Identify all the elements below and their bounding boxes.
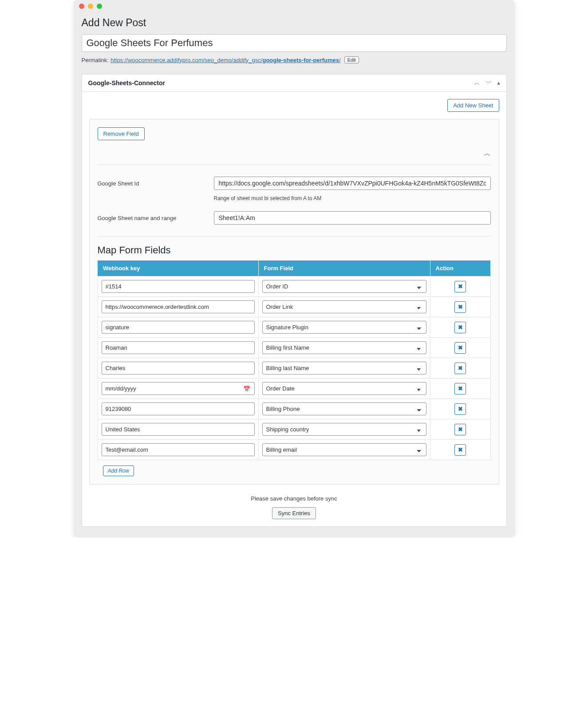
google-sheets-connector-metabox: Google-Sheets-Connector ︿ ﹀ ▴ Add New Sh… <box>82 74 507 527</box>
metabox-body: Add New Sheet Remove Field ︿ Google Shee… <box>82 92 506 526</box>
webhook-key-input[interactable] <box>102 402 255 415</box>
table-row: Billing email✖ <box>98 440 490 460</box>
table-row: Signature Plugin✖ <box>98 317 490 338</box>
top-actions: Add New Sheet <box>89 99 499 112</box>
delete-row-button[interactable]: ✖ <box>454 444 466 456</box>
sheet-id-input[interactable] <box>214 177 491 190</box>
chevron-up-icon[interactable]: ︿ <box>484 149 491 158</box>
permalink-label: Permalink: <box>82 57 109 63</box>
webhook-key-input[interactable] <box>102 341 255 354</box>
divider <box>98 236 491 237</box>
range-hint: Range of sheet must bi selected from A t… <box>214 195 491 201</box>
form-field-select[interactable]: Shipping country <box>262 423 426 436</box>
form-field-select[interactable]: Order Date <box>262 382 426 395</box>
form-field-select[interactable]: Signature Plugin <box>262 321 426 334</box>
webhook-key-input[interactable] <box>102 321 255 334</box>
permalink-row: Permalink: https://woocommerce.addifypro… <box>82 56 507 63</box>
sheet-id-row: Google Sheet Id <box>98 171 491 195</box>
page-content: Add New Post Permalink: https://woocomme… <box>74 12 515 537</box>
webhook-key-input[interactable] <box>102 443 255 456</box>
form-field-select[interactable]: Order Link <box>262 300 426 313</box>
edit-permalink-button[interactable]: Edit <box>344 56 359 63</box>
remove-field-button[interactable]: Remove Field <box>98 127 145 140</box>
table-row: Billing last Name✖ <box>98 358 490 379</box>
metabox-controls: ︿ ﹀ ▴ <box>474 79 500 87</box>
collapse-toggle-icon[interactable]: ▴ <box>497 79 500 87</box>
sync-hint: Please save changes before sync <box>89 495 499 502</box>
move-up-icon[interactable]: ︿ <box>474 79 480 87</box>
delete-row-button[interactable]: ✖ <box>454 281 466 292</box>
delete-row-button[interactable]: ✖ <box>454 363 466 374</box>
delete-row-button[interactable]: ✖ <box>454 403 466 415</box>
delete-row-button[interactable]: ✖ <box>454 301 466 313</box>
map-fields-table: Webhook key Form Field Action Order ID✖O… <box>98 260 491 460</box>
maximize-window-icon[interactable] <box>97 4 102 9</box>
webhook-key-input[interactable] <box>102 362 255 375</box>
page-heading: Add New Post <box>82 17 507 29</box>
sync-section: Please save changes before sync Sync Ent… <box>89 495 499 519</box>
table-row: 📅Order Date✖ <box>98 379 490 399</box>
divider <box>98 165 491 165</box>
webhook-key-input[interactable] <box>102 423 255 436</box>
form-field-select[interactable]: Order ID <box>262 280 426 293</box>
col-header-action: Action <box>430 260 490 276</box>
move-down-icon[interactable]: ﹀ <box>485 79 492 87</box>
form-field-select[interactable]: Billing first Name <box>262 341 426 354</box>
sheet-id-label: Google Sheet Id <box>98 180 214 187</box>
form-field-select[interactable]: Billing email <box>262 443 426 456</box>
col-header-webhook-key: Webhook key <box>98 260 258 276</box>
delete-row-button[interactable]: ✖ <box>454 342 466 354</box>
webhook-key-input[interactable] <box>102 280 255 293</box>
webhook-key-input[interactable] <box>102 300 255 313</box>
form-field-select[interactable]: Billing last Name <box>262 362 426 375</box>
delete-row-button[interactable]: ✖ <box>454 424 466 435</box>
form-field-select[interactable]: Billing Phone <box>262 402 426 415</box>
add-new-sheet-button[interactable]: Add New Sheet <box>447 99 499 112</box>
sheet-range-input[interactable] <box>214 211 491 225</box>
table-row: Order Link✖ <box>98 297 490 317</box>
col-header-form-field: Form Field <box>258 260 430 276</box>
delete-row-button[interactable]: ✖ <box>454 383 466 394</box>
map-fields-heading: Map Form Fields <box>98 245 491 256</box>
metabox-title: Google-Sheets-Connector <box>88 79 165 87</box>
add-row-button[interactable]: Add Row <box>103 465 134 476</box>
table-row: Shipping country✖ <box>98 419 490 440</box>
window-titlebar <box>74 0 515 12</box>
table-row: Order ID✖ <box>98 276 490 297</box>
delete-row-button[interactable]: ✖ <box>454 322 466 333</box>
webhook-key-date-input[interactable] <box>102 382 255 395</box>
metabox-header: Google-Sheets-Connector ︿ ﹀ ▴ <box>82 75 506 92</box>
minimize-window-icon[interactable] <box>88 4 93 9</box>
sheet-range-label: Google Sheet name and range <box>98 215 214 221</box>
app-window: Add New Post Permalink: https://woocomme… <box>74 0 515 537</box>
sheet-config-box: Remove Field ︿ Google Sheet Id <box>89 119 499 485</box>
close-window-icon[interactable] <box>79 4 84 9</box>
sheet-range-row: Google Sheet name and range <box>98 206 491 230</box>
table-row: Billing Phone✖ <box>98 399 490 419</box>
post-title-input[interactable] <box>82 34 507 52</box>
table-row: Billing first Name✖ <box>98 338 490 358</box>
permalink-link[interactable]: https://woocommerce.addifypro.com/seo_de… <box>110 57 341 63</box>
sync-entries-button[interactable]: Sync Entries <box>272 507 316 519</box>
